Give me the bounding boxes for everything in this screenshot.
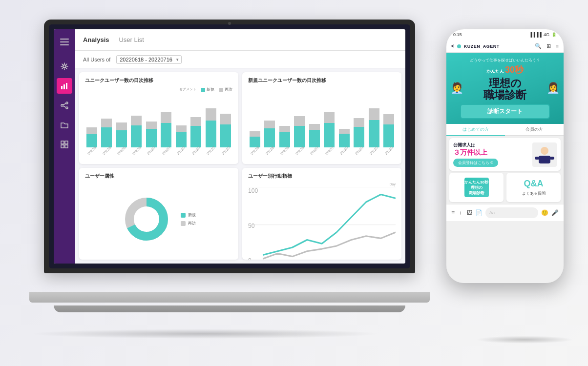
bar-group: 2022/6 (248, 113, 262, 152)
donut-label-new: 新規 (188, 212, 196, 218)
phone-chat-header: < KUZEN_AGENT 🔍 ⊞ ≡ (446, 40, 564, 53)
bar-teal (116, 130, 127, 147)
donut-legend: 新規 再訪 (181, 212, 196, 226)
bar-teal (309, 130, 320, 147)
banner-area: どうやって仕事を探せばいいんだろう？ かんたん 30秒 理想の職場診断 🧑‍💼 … (446, 53, 564, 124)
bar-teal (220, 124, 231, 147)
grid-icon[interactable]: ⊞ (546, 43, 551, 49)
network-type-label: 4G (544, 32, 549, 37)
bar-gray (354, 118, 364, 127)
svg-rect-25 (549, 157, 554, 160)
bar-group: 2022/6 (130, 113, 144, 152)
laptop-screen-bezel: Analysis User List All Users of 20220618… (49, 24, 410, 268)
bar-teal (146, 129, 157, 147)
svg-point-8 (61, 104, 63, 106)
top-bar: Analysis User List (75, 29, 405, 51)
day-label: Day (248, 183, 396, 186)
bar-gray (161, 112, 171, 123)
banner-main-title: 理想の職場診断 (452, 78, 558, 101)
filter-row: All Users of 20220618 - 20220716 (75, 51, 405, 68)
donut-color-returning (181, 221, 186, 226)
easy-label: かんたん (486, 68, 504, 75)
tab-row: はじめての方 会員の方 (446, 124, 564, 136)
bar-group: 2022/7 (219, 113, 233, 152)
sidebar-icon-folder[interactable] (57, 117, 72, 133)
donut-label-returning: 再訪 (188, 221, 196, 226)
phone-text-input[interactable]: Aa (485, 207, 538, 218)
bottom-voice-icon[interactable]: 🎤 (551, 209, 559, 216)
bar-group: 2022/6 (100, 113, 114, 152)
bar-gray (190, 117, 201, 126)
app: Analysis User List All Users of 20220618… (54, 29, 405, 264)
legend-new-color (201, 88, 205, 92)
bottom-image-icon[interactable]: 🖼 (466, 209, 472, 216)
seconds-label: 30秒 (505, 64, 524, 76)
menu-icon[interactable]: ≡ (556, 43, 559, 49)
tab-first-time[interactable]: はじめての方 (446, 124, 505, 136)
bar-group: 2022/7 (174, 113, 188, 152)
chart-unique-users: ユニークユーザー数の日次推移 セグメント 新規 再訪 (79, 72, 238, 164)
sidebar-icon-settings[interactable] (57, 59, 72, 74)
svg-rect-2 (60, 44, 69, 45)
bar-gray (383, 114, 394, 124)
svg-point-7 (66, 102, 68, 104)
svg-text:0: 0 (248, 257, 252, 260)
bar-gray (324, 112, 335, 123)
chart-new-unique-users-title: 新規ユニークユーザー数の日次推移 (248, 77, 396, 84)
filter-select-wrap[interactable]: 20220618 - 20220716 (116, 55, 182, 64)
bar-gray (101, 119, 112, 127)
phone-shadow (476, 336, 573, 344)
bar-teal (294, 126, 305, 147)
bottom-plus-icon[interactable]: ＋ (458, 209, 463, 217)
figure-left: 🧑‍💼 (450, 82, 463, 95)
cta-button[interactable]: 診断スタート (460, 104, 550, 119)
bottom-menu-icon[interactable]: ≡ (451, 209, 455, 216)
promo-image (532, 142, 557, 167)
legend-returning: 再訪 (219, 87, 232, 92)
dashboard-grid: ユニークユーザー数の日次推移 セグメント 新規 再訪 (75, 68, 405, 264)
date-range-select[interactable]: 20220618 - 20220716 (116, 55, 182, 64)
agent-name: KUZEN_AGENT (464, 44, 500, 49)
cta-button-wrap: 診断スタート (452, 104, 558, 119)
bar-gray (279, 126, 290, 132)
search-icon[interactable]: 🔍 (535, 43, 542, 49)
promo-register-btn[interactable]: 会員登録はこちら © (453, 159, 498, 167)
svg-text:100: 100 (248, 187, 258, 194)
bar-teal (86, 134, 97, 147)
donut-legend-returning: 再訪 (181, 221, 196, 226)
bar-gray (176, 125, 187, 132)
svg-rect-24 (535, 157, 540, 160)
sidebar-icon-analytics[interactable] (57, 78, 72, 94)
back-button[interactable]: < (451, 43, 454, 49)
promo-box: 公開求人は ３万件以上 会員登録はこちら © (449, 138, 561, 171)
figure-right: 👩‍💼 (546, 82, 560, 95)
battery-icon: 🔋 (551, 32, 557, 37)
mini-card-shokubasindan[interactable]: かんたん30秒理想の職場診断 (449, 173, 504, 202)
bar-group: 2022/7 (308, 113, 321, 152)
bar-group: 2022/7 (337, 113, 351, 152)
bar-teal (354, 127, 364, 147)
line-chart-wrap: 100 50 0 (248, 187, 396, 260)
svg-point-9 (66, 107, 68, 109)
sidebar-icon-menu[interactable] (57, 34, 72, 50)
bottom-file-icon[interactable]: 📄 (475, 209, 483, 216)
laptop-camera (228, 22, 231, 25)
bar-gray (86, 127, 97, 134)
bar-gray (146, 122, 157, 129)
bar-teal (250, 137, 260, 147)
phone-bottom-bar: ≡ ＋ 🖼 📄 Aa 🙂 🎤 (446, 204, 564, 221)
bar-teal (279, 132, 290, 147)
mini-card-faq[interactable]: Q&A よくある質問 (506, 173, 561, 202)
bottom-emoji-icon[interactable]: 🙂 (541, 209, 548, 216)
sidebar-icon-grid[interactable] (57, 137, 72, 152)
bar-group: 2022/6 (278, 113, 292, 152)
sidebar-icon-share[interactable] (57, 98, 72, 113)
bar-teal (101, 127, 112, 147)
bar-teal (264, 128, 275, 147)
scene: Analysis User List All Users of 20220618… (0, 0, 588, 366)
chart-user-attributes: ユーザー属性 (79, 168, 238, 260)
tab-member[interactable]: 会員の方 (505, 124, 564, 136)
svg-point-3 (63, 65, 66, 68)
svg-rect-23 (539, 156, 550, 163)
chart-user-behavior-title: ユーザー別行動指標 (248, 173, 396, 180)
